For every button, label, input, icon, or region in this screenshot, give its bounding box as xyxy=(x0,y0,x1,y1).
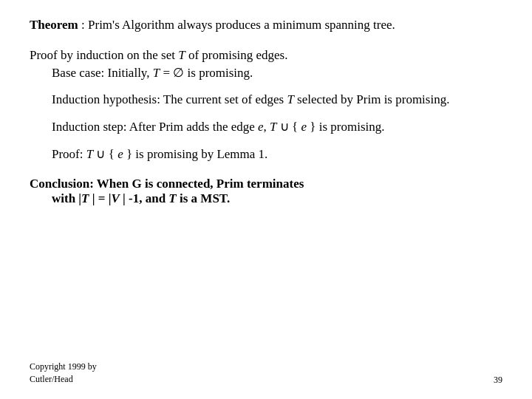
induction-step-e: e xyxy=(258,120,264,134)
induction-step-T: T xyxy=(270,120,276,134)
proof-lemma-T: T xyxy=(83,147,94,161)
conclusion-line2: with |T | = |V | -1, and T is a MST. xyxy=(52,191,502,206)
base-case-T: T xyxy=(153,66,160,80)
conclusion-indent-text: with | xyxy=(52,191,81,205)
proof-lemma-union: ∪ xyxy=(93,147,105,161)
proof-lemma-set2: } xyxy=(123,147,132,161)
induction-step-text2: , xyxy=(264,120,270,134)
footer-left: Copyright 1999 by Cutler/Head xyxy=(30,361,97,386)
induction-step-e2: e xyxy=(301,120,307,134)
induction-hyp-label: Induction hypothesis: xyxy=(52,92,160,106)
induction-step-text: After Prim adds the edge xyxy=(127,120,259,134)
conclusion-indent-text2: | = | xyxy=(89,191,112,205)
conclusion-label: Conclusion: xyxy=(30,177,94,191)
proof-intro-text: Proof by induction on the set xyxy=(30,48,178,62)
proof-T: T xyxy=(178,48,185,62)
proof-lemma-e: e xyxy=(117,147,123,161)
conclusion-block: Conclusion: When G is connected, Prim te… xyxy=(30,177,502,206)
page: Theorem : Prim's Algorithm always produc… xyxy=(0,0,532,399)
conclusion-indent-T2: T xyxy=(168,191,176,205)
induction-step-union: ∪ xyxy=(277,120,289,134)
conclusion-indent-text3: | -1, and xyxy=(120,191,169,205)
induction-step-block: Induction step: After Prim adds the edge… xyxy=(52,118,502,137)
proof-lemma-set: { xyxy=(105,147,117,161)
conclusion-indent-text4: is a MST. xyxy=(177,191,230,205)
conclusion-indent-V: V xyxy=(111,191,119,205)
induction-hyp-text2: selected by Prim is promising. xyxy=(294,92,450,106)
induction-hyp-block: Induction hypothesis: The current set of… xyxy=(52,91,502,109)
induction-hyp-text: The current set of edges xyxy=(160,92,287,106)
induction-step-set2: } xyxy=(307,120,316,134)
base-case-line: Base case: Initially, T = ∅ is promising… xyxy=(52,64,502,83)
induction-step-set: { xyxy=(289,120,301,134)
footer-author: Cutler/Head xyxy=(30,373,97,386)
footer: Copyright 1999 by Cutler/Head 39 xyxy=(30,361,502,386)
theorem-label: Theorem xyxy=(30,18,78,32)
conclusion-indent-T: T xyxy=(81,191,89,205)
theorem-title: Theorem : Prim's Algorithm always produc… xyxy=(30,16,502,35)
induction-step-label: Induction step: xyxy=(52,120,127,134)
induction-step-text3: is promising. xyxy=(316,120,384,134)
base-case-empty: ∅ xyxy=(173,66,184,80)
base-case-text: Initially, xyxy=(104,66,152,80)
induction-hyp-T: T xyxy=(287,92,293,106)
conclusion-text1: When G is connected, Prim terminates xyxy=(94,177,304,191)
conclusion-line1: Conclusion: When G is connected, Prim te… xyxy=(30,177,502,191)
base-case-text3: is promising. xyxy=(184,66,253,80)
footer-page-number: 39 xyxy=(494,375,502,386)
proof-lemma-label: Proof: xyxy=(52,147,83,161)
proof-lemma-text: is promising by Lemma 1. xyxy=(132,147,267,161)
proof-intro2: of promising edges. xyxy=(185,48,288,62)
proof-intro-line: Proof by induction on the set T of promi… xyxy=(30,48,502,63)
theorem-block: Theorem : Prim's Algorithm always produc… xyxy=(30,16,502,35)
footer-copyright: Copyright 1999 by xyxy=(30,361,97,373)
theorem-rest: : Prim's Algorithm always produces a min… xyxy=(78,18,395,32)
base-case-text2: = xyxy=(160,66,173,80)
base-case-label: Base case: xyxy=(52,66,104,80)
proof-lemma-block: Proof: T ∪ { e } is promising by Lemma 1… xyxy=(52,146,502,164)
